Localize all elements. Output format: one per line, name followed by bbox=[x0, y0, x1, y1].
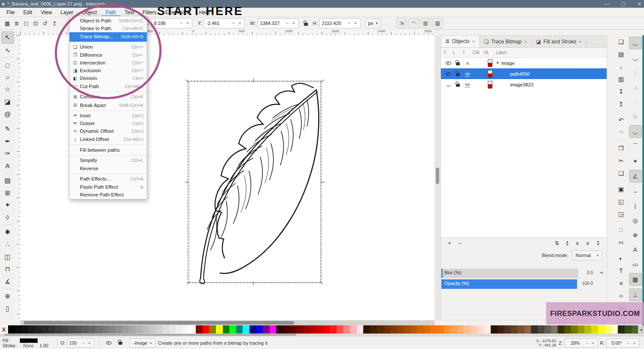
path-menu-item[interactable]: ❑ Union Ctrl++ bbox=[70, 43, 147, 51]
color-swatch[interactable] bbox=[223, 325, 230, 334]
command-button[interactable]: ▣ bbox=[616, 184, 627, 194]
blur-slider[interactable] bbox=[441, 269, 578, 278]
color-swatch[interactable] bbox=[565, 325, 571, 334]
tab-close-icon[interactable]: × bbox=[579, 39, 581, 44]
stack-move-button[interactable]: ⇅ bbox=[552, 240, 562, 246]
color-swatch[interactable] bbox=[42, 325, 49, 334]
object-row[interactable]: ≡lab image3823 bbox=[441, 79, 607, 90]
color-swatch[interactable] bbox=[383, 325, 390, 334]
tool-button[interactable]: ∿ bbox=[2, 45, 14, 56]
h-increment[interactable]: + bbox=[352, 20, 359, 26]
snap-toggle-button[interactable]: ⊥ bbox=[629, 288, 642, 301]
opacity-increment[interactable]: + bbox=[86, 340, 92, 346]
remove-layer-button[interactable]: − bbox=[455, 240, 465, 246]
color-swatch[interactable] bbox=[544, 325, 551, 334]
path-menu-item[interactable]: ◫ Intersection Ctrl+* bbox=[70, 59, 147, 67]
command-button[interactable]: ↓ bbox=[616, 61, 627, 72]
tool-button[interactable]: ✎ bbox=[2, 123, 14, 135]
snap-toggle-button[interactable]: ◡ bbox=[629, 37, 642, 49]
stack-move-button[interactable]: ∧ bbox=[572, 240, 583, 246]
color-swatch[interactable] bbox=[263, 325, 270, 334]
color-swatch[interactable] bbox=[632, 325, 638, 334]
stroke-value[interactable]: None bbox=[20, 343, 37, 348]
color-swatch[interactable] bbox=[524, 325, 531, 334]
tool-button[interactable]: ○ bbox=[2, 72, 14, 83]
color-swatch[interactable] bbox=[471, 325, 477, 334]
path-menu-item[interactable]: ◨ Exclusion Ctrl+^ bbox=[70, 67, 147, 74]
tool-button[interactable]: ▯ bbox=[2, 303, 14, 314]
color-swatch[interactable] bbox=[55, 325, 62, 334]
path-menu-item[interactable]: Simplify Ctrl+L bbox=[70, 156, 147, 164]
palette-scroll-thumb[interactable] bbox=[4, 334, 296, 336]
object-label[interactable]: path4050 bbox=[498, 71, 530, 77]
scale-handle-top-mid[interactable]: ↕ bbox=[252, 78, 255, 82]
blur-value[interactable]: 0.0 bbox=[587, 270, 593, 275]
add-layer-button[interactable]: + bbox=[444, 240, 455, 246]
color-swatch[interactable] bbox=[390, 325, 397, 334]
blend-mode-dropdown[interactable]: Normal ▾ bbox=[572, 250, 602, 260]
snap-toggle-button[interactable]: ◡ bbox=[629, 52, 641, 64]
tool-button[interactable]: ☆ bbox=[2, 84, 14, 95]
lock-icon[interactable] bbox=[456, 84, 460, 87]
color-swatch[interactable] bbox=[531, 325, 538, 334]
snap-toggle-button[interactable]: ∣ bbox=[629, 200, 641, 212]
tool-button[interactable]: ✦ bbox=[2, 199, 14, 211]
command-button[interactable]: ↧ bbox=[616, 86, 627, 97]
color-swatch[interactable] bbox=[82, 325, 89, 334]
color-swatch[interactable] bbox=[598, 325, 605, 334]
tool-button[interactable]: ⊓ bbox=[2, 263, 14, 275]
path-menu-item[interactable]: Stroke to Path Ctrl+Alt+C bbox=[70, 24, 147, 32]
color-swatch[interactable] bbox=[176, 325, 182, 334]
tool-button[interactable]: ∴ bbox=[2, 239, 14, 251]
color-swatch[interactable] bbox=[296, 325, 303, 334]
tool-button[interactable]: ∡ bbox=[2, 276, 14, 287]
command-button[interactable]: ∺ bbox=[616, 237, 627, 248]
menubar-item[interactable]: File bbox=[3, 9, 18, 16]
color-swatch[interactable] bbox=[290, 325, 297, 334]
object-row[interactable]: ≡lab ▼Image bbox=[441, 58, 607, 68]
command-button[interactable]: ◱ bbox=[616, 196, 627, 207]
color-swatch[interactable] bbox=[102, 325, 109, 334]
tool-button[interactable]: ▨ bbox=[2, 175, 14, 187]
color-swatch[interactable] bbox=[350, 325, 357, 334]
color-swatch[interactable] bbox=[243, 325, 249, 334]
layer-visibility-icon[interactable] bbox=[106, 341, 112, 345]
command-button[interactable]: ↶ bbox=[616, 114, 627, 125]
x-input[interactable]: 8.186 − + bbox=[151, 18, 192, 28]
no-color-swatch[interactable]: X bbox=[0, 325, 8, 334]
color-swatch[interactable] bbox=[497, 325, 504, 334]
command-button[interactable]: ❏ bbox=[616, 36, 627, 47]
color-swatch[interactable] bbox=[484, 325, 491, 334]
color-swatch[interactable] bbox=[511, 325, 518, 334]
color-swatch[interactable] bbox=[28, 325, 35, 334]
snap-toggle-button[interactable]: ⋯ bbox=[629, 96, 641, 108]
current-layer-dropdown[interactable]: -Image ▾ bbox=[129, 338, 155, 348]
color-swatch[interactable] bbox=[424, 325, 431, 334]
path-menu-item[interactable]: Trace Bitmap... Shift+Alt+B bbox=[70, 32, 147, 42]
tool-button[interactable]: ◊ bbox=[2, 212, 14, 223]
color-swatch[interactable] bbox=[189, 325, 196, 334]
snap-toggle-button[interactable]: ▭ bbox=[629, 258, 641, 270]
color-swatch[interactable] bbox=[88, 325, 95, 334]
expander-caret-icon[interactable]: ▼ bbox=[496, 61, 499, 65]
tool-button[interactable]: ⊕ bbox=[2, 291, 14, 302]
command-button[interactable]: ✂ bbox=[616, 155, 627, 166]
panel-splitter[interactable] bbox=[434, 35, 440, 320]
tool-button[interactable]: ◪ bbox=[2, 96, 14, 108]
blur-increment[interactable]: + bbox=[600, 269, 603, 276]
color-swatch[interactable] bbox=[477, 325, 484, 334]
color-swatch[interactable] bbox=[397, 325, 404, 334]
color-swatch[interactable] bbox=[330, 325, 337, 334]
toolbar-icon[interactable]: ▦ bbox=[3, 18, 12, 28]
w-decrement[interactable]: − bbox=[284, 20, 291, 26]
path-menu-item[interactable]: ❒ Difference Ctrl+- bbox=[70, 51, 147, 59]
snap-toggle-button[interactable]: ⌑ bbox=[629, 67, 641, 79]
command-button[interactable]: ↷ bbox=[616, 127, 627, 138]
stack-move-button[interactable]: ↥ bbox=[562, 240, 572, 246]
color-swatch[interactable] bbox=[337, 325, 343, 334]
tool-button[interactable]: ◫ bbox=[2, 251, 14, 263]
object-label[interactable]: Image bbox=[501, 61, 515, 66]
color-swatch[interactable] bbox=[343, 325, 350, 334]
hscroll-thumb[interactable] bbox=[24, 321, 294, 325]
toolbar-icon[interactable]: ◻ bbox=[21, 18, 31, 28]
